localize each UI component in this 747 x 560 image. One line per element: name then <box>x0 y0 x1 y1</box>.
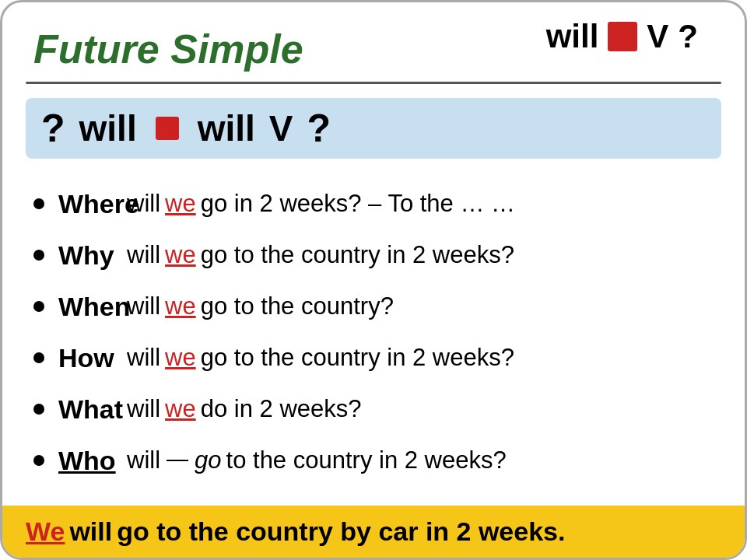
wh-what: What <box>33 394 127 425</box>
bullet-when <box>33 301 44 312</box>
wh-why: Why <box>33 240 127 271</box>
row-where: Where will we go in 2 weeks? – To the … … <box>33 180 721 227</box>
blank-subject <box>167 460 188 461</box>
row-how: How will we go to the country in 2 weeks… <box>33 334 721 381</box>
row-when: When will we go to the country? <box>33 283 721 330</box>
banner-will2: will <box>198 107 255 149</box>
sentence-where: will we go in 2 weeks? – To the … … <box>127 190 515 218</box>
bullet-how <box>33 352 44 363</box>
bullet-why <box>33 250 44 261</box>
row-what: What will we do in 2 weeks? <box>33 386 721 432</box>
wh-when: When <box>33 292 127 322</box>
bottom-rest: go to the country by car in 2 weeks. <box>117 516 565 547</box>
divider <box>26 82 721 84</box>
sentence-how: will we go to the country in 2 weeks? <box>127 344 514 372</box>
sentence-why: will we go to the country in 2 weeks? <box>127 241 514 269</box>
banner-red-square <box>156 117 179 140</box>
top-v: V <box>647 18 668 55</box>
wh-who: Who <box>33 446 127 476</box>
sentence-who: will go to the country in 2 weeks? <box>127 446 507 474</box>
banner-q1: ? <box>41 106 65 151</box>
sentence-when: will we go to the country? <box>127 292 394 320</box>
row-why: Why will we go to the country in 2 weeks… <box>33 232 721 278</box>
bottom-we: We <box>26 516 65 547</box>
row-who: Who will go to the country in 2 weeks? <box>33 437 721 484</box>
top-question: ? <box>678 18 698 55</box>
banner-v: V <box>269 107 293 149</box>
qa-rows: Where will we go in 2 weeks? – To the … … <box>33 180 721 484</box>
bottom-banner: We will go to the country by car in 2 we… <box>2 506 745 558</box>
slide: will V ? Future Simple ? will will V ? W… <box>0 0 747 560</box>
banner-q2: ? <box>307 106 331 151</box>
bottom-will: will <box>69 516 112 547</box>
wh-how: How <box>33 343 127 373</box>
sentence-what: will we do in 2 weeks? <box>127 395 362 423</box>
bullet-where <box>33 198 44 209</box>
top-red-square <box>608 22 637 51</box>
bullet-who <box>33 455 44 466</box>
top-will: will <box>546 18 599 55</box>
top-formula: will V ? <box>546 18 698 55</box>
banner-will1: will <box>79 107 137 149</box>
bullet-what <box>33 404 44 415</box>
banner-row: ? will will V ? <box>26 98 721 159</box>
wh-where: Where <box>33 189 127 219</box>
